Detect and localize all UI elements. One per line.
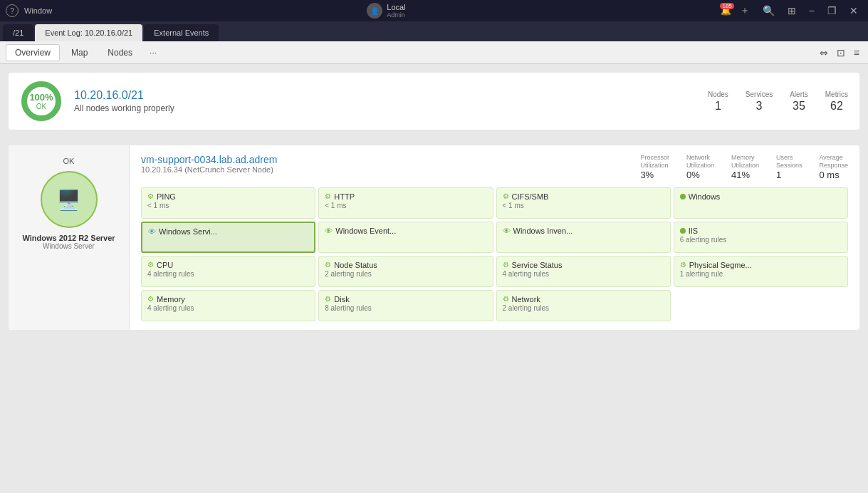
gear-icon: ⚙ — [503, 192, 509, 200]
maximize-button[interactable]: ❐ — [823, 4, 841, 18]
gear-icon: ⚙ — [503, 261, 509, 269]
server-icon: 🖥️ — [56, 188, 81, 212]
search-button[interactable]: 🔍 — [758, 4, 779, 18]
metric-alerts: Alerts 35 — [790, 90, 808, 113]
fullscreen-icon[interactable]: ⊡ — [834, 46, 848, 60]
service-wininven[interactable]: 👁 Windows Inven... — [496, 222, 671, 253]
gear-icon: ⚙ — [325, 192, 331, 200]
gear-icon: ⚙ — [503, 295, 509, 303]
secondary-nav: Overview Map Nodes ··· ⇔ ⊡ ≡ — [0, 41, 868, 64]
metric-services: Services 3 — [746, 90, 773, 113]
title-bar-actions: 🔔185 ＋ 🔍 ⊞ − ❐ ✕ — [721, 3, 862, 19]
gear-icon: ⚙ — [325, 295, 331, 303]
node-status-label: OK — [63, 157, 75, 165]
tab-main[interactable]: /21 — [3, 24, 33, 41]
notification-badge[interactable]: 🔔185 — [721, 6, 731, 16]
help-icon[interactable]: ? — [6, 4, 19, 17]
grid-button[interactable]: ⊞ — [783, 4, 800, 18]
gear-icon: ⚙ — [147, 261, 154, 269]
gear-icon: ⚙ — [680, 261, 686, 269]
notification-count: 185 — [720, 3, 733, 9]
node-metric-processor: ProcessorUtilization 3% — [640, 154, 669, 180]
node-metric-memory: MemoryUtilization 41% — [731, 154, 759, 180]
title-bar: ? Window 👤 Local Admin 🔔185 ＋ 🔍 ⊞ − ❐ ✕ — [0, 0, 868, 21]
nav-nodes[interactable]: Nodes — [99, 45, 141, 61]
node-metrics-row: ProcessorUtilization 3% NetworkUtilizati… — [640, 154, 848, 180]
service-ping[interactable]: ⚙ PING < 1 ms — [141, 187, 315, 219]
service-grid: ⚙ PING < 1 ms ⚙ HTTP < 1 ms ⚙ CIFS/SMB — [141, 187, 848, 321]
service-iis[interactable]: IIS 6 alerting rules — [674, 222, 848, 253]
minimize-button[interactable]: − — [805, 4, 819, 18]
gear-icon: ⚙ — [147, 192, 154, 200]
user-details: Local Admin — [387, 4, 405, 19]
nav-actions: ⇔ ⊡ ≡ — [817, 46, 862, 60]
service-winservi[interactable]: 👁 Windows Servi... — [141, 222, 315, 253]
node-hostname[interactable]: vm-support-0034.lab.ad.adrem — [141, 154, 277, 165]
network-title: 10.20.16.0/21 — [74, 89, 696, 102]
eye-icon: 👁 — [503, 227, 511, 235]
service-windows[interactable]: Windows — [674, 187, 848, 219]
service-http[interactable]: ⚙ HTTP < 1 ms — [318, 187, 493, 219]
node-right: vm-support-0034.lab.ad.adrem 10.20.16.34… — [130, 145, 859, 330]
service-cpu[interactable]: ⚙ CPU 4 alerting rules — [141, 256, 315, 287]
user-info: 👤 Local Admin — [367, 3, 405, 19]
service-cifs[interactable]: ⚙ CIFS/SMB < 1 ms — [496, 187, 671, 219]
metric-metrics: Metrics 62 — [825, 90, 848, 113]
node-metric-users: UsersSessions 1 — [776, 154, 802, 180]
metric-nodes: Nodes 1 — [708, 90, 728, 113]
service-nodestatus[interactable]: ⚙ Node Status 2 alerting rules — [318, 256, 493, 287]
service-memory[interactable]: ⚙ Memory 4 alerting rules — [141, 290, 315, 321]
status-dot — [680, 194, 686, 199]
eye-icon: 👁 — [325, 227, 333, 235]
eye-icon: 👁 — [148, 227, 156, 236]
node-left: OK 🖥️ Windows 2012 R2 Server Windows Ser… — [9, 145, 130, 330]
node-metric-response: AverageResponse 0 ms — [819, 154, 848, 180]
service-physicalseg[interactable]: ⚙ Physical Segme... 1 alerting rule — [674, 256, 848, 287]
menu-icon[interactable]: ≡ — [851, 46, 862, 60]
status-ok-text: All nodes working properly — [74, 103, 696, 113]
service-placeholder — [674, 290, 848, 321]
node-metric-network: NetworkUtilization 0% — [686, 154, 714, 180]
title-bar-left: ? Window — [6, 4, 52, 17]
tab-eventlog[interactable]: Event Log: 10.20.16.0/21 — [35, 24, 142, 41]
nav-more[interactable]: ··· — [144, 45, 162, 61]
status-info: 10.20.16.0/21 All nodes working properly — [74, 89, 696, 113]
node-ip: 10.20.16.34 (NetCrunch Server Node) — [141, 165, 277, 174]
tab-bar: /21 Event Log: 10.20.16.0/21 External Ev… — [0, 21, 868, 41]
service-disk[interactable]: ⚙ Disk 8 alerting rules — [318, 290, 493, 321]
donut-chart: 100% OK — [20, 80, 63, 123]
nav-overview[interactable]: Overview — [6, 44, 60, 61]
service-network[interactable]: ⚙ Network 2 alerting rules — [496, 290, 671, 321]
content-wrapper: 100% OK 10.20.16.0/21 All nodes working … — [0, 64, 868, 493]
node-card: OK 🖥️ Windows 2012 R2 Server Windows Ser… — [9, 145, 859, 330]
service-winevent[interactable]: 👁 Windows Event... — [318, 222, 493, 253]
node-header: vm-support-0034.lab.ad.adrem 10.20.16.34… — [141, 154, 848, 180]
window-title: Window — [24, 6, 52, 15]
avatar: 👤 — [367, 3, 382, 19]
service-servicestatus[interactable]: ⚙ Service Status 4 alerting rules — [496, 256, 671, 287]
add-button[interactable]: ＋ — [736, 3, 754, 19]
node-type: Windows Server — [43, 242, 95, 250]
nav-map[interactable]: Map — [63, 45, 96, 61]
expand-icon[interactable]: ⇔ — [817, 46, 831, 60]
status-dot — [680, 228, 686, 234]
gear-icon: ⚙ — [147, 295, 154, 303]
tab-external[interactable]: External Events — [144, 24, 219, 41]
node-name: Windows 2012 R2 Server — [22, 234, 115, 242]
status-bar: 100% OK 10.20.16.0/21 All nodes working … — [9, 73, 859, 130]
close-button[interactable]: ✕ — [845, 4, 862, 18]
gear-icon: ⚙ — [325, 261, 331, 269]
metrics-row: Nodes 1 Services 3 Alerts 35 Metrics 62 — [708, 90, 848, 113]
node-image: 🖥️ — [41, 171, 98, 228]
